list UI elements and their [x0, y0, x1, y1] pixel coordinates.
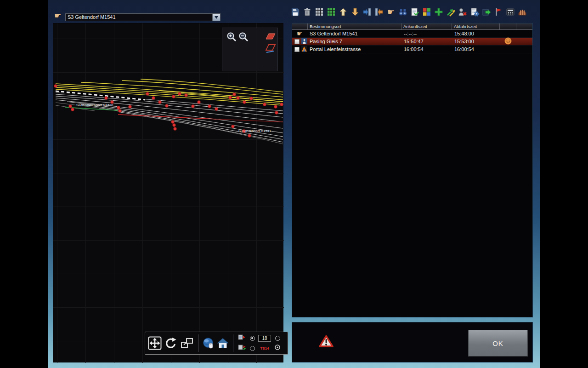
snap-options-cluster: 18 TS14: [237, 334, 281, 352]
export-icon: [481, 7, 492, 17]
grid-green-icon: [326, 7, 336, 17]
insert-after-icon: [374, 7, 384, 17]
departure-cell: 15:53:00: [452, 39, 500, 44]
app-window: S3 Mammendorf M1538 S3 Geltendorf M1541 …: [48, 0, 540, 368]
map-view-controls: [222, 28, 278, 71]
globe-icon[interactable]: [203, 337, 215, 349]
signal-plate-filled-icon[interactable]: [265, 31, 277, 43]
column-header[interactable]: [500, 23, 516, 29]
checklist-button[interactable]: [410, 6, 420, 18]
move-down-button[interactable]: [350, 6, 360, 18]
column-header[interactable]: [516, 23, 531, 29]
branch-arrows-icon: [446, 7, 456, 17]
pan-icon[interactable]: [148, 336, 162, 350]
delete-button[interactable]: [302, 6, 312, 18]
main-toolbar: ☛: [290, 6, 527, 18]
table-row[interactable]: ☛ S3 Geltendorf M1541 --:--:-- 15:48:00: [292, 30, 532, 38]
track-map-panel[interactable]: S3 Mammendorf M1538 S3 Geltendorf M1541: [53, 23, 283, 362]
move-up-button[interactable]: [338, 6, 348, 18]
add-icon: [434, 7, 444, 17]
delete-icon: [302, 7, 312, 17]
column-header-arrival[interactable]: Ankunftszeit: [401, 23, 452, 29]
add-button[interactable]: [434, 6, 444, 18]
portal-icon: [301, 46, 307, 53]
footer-panel: OK: [292, 322, 533, 362]
list-green-red-arrows-icon: [238, 344, 246, 352]
insert-before-button[interactable]: [362, 6, 372, 18]
color-matrix-button[interactable]: [422, 6, 432, 18]
route-selector[interactable]: S3 Geltendorf M1541: [65, 13, 220, 21]
value-box[interactable]: 18: [258, 335, 271, 342]
insert-before-icon: [362, 7, 372, 17]
move-up-icon: [338, 7, 348, 17]
move-down-icon: [350, 7, 360, 17]
signal-plate-outline-icon[interactable]: [265, 43, 277, 55]
hand-pointer-icon: ☛: [54, 11, 61, 21]
document-gear-icon: [469, 7, 480, 17]
remove-person-button[interactable]: [458, 6, 468, 18]
map-grid-h: [53, 39, 284, 341]
insert-after-button[interactable]: [374, 6, 384, 18]
grid-green-button[interactable]: [326, 6, 336, 18]
table-row[interactable]: Portal Leienfelsstrasse 16:00:54 16:00:5…: [292, 46, 532, 53]
hand-pointer-button[interactable]: ☛: [386, 6, 396, 18]
save-button[interactable]: [290, 6, 300, 18]
row-checkbox[interactable]: [294, 47, 300, 52]
departure-cell: 16:00:54: [452, 46, 500, 52]
remove-person-icon: [458, 7, 468, 17]
rotate-icon[interactable]: [164, 336, 178, 350]
keypad-button[interactable]: [505, 6, 515, 18]
ok-button[interactable]: OK: [468, 330, 528, 356]
destination-cell: Portal Leienfelsstrasse: [308, 46, 401, 52]
grid-icon: [314, 7, 324, 17]
list-red-arrow-icon: [238, 334, 246, 342]
color-matrix-icon: [422, 7, 432, 17]
driver-face-icon: [504, 37, 512, 46]
ts-tag-label: TS14: [260, 346, 269, 351]
target-icon[interactable]: [274, 344, 281, 352]
map-label-mammendorf: S3 Mammendorf M1538: [76, 103, 113, 107]
zoom-in-icon[interactable]: [226, 31, 238, 43]
radio-option-1[interactable]: [250, 336, 255, 341]
timetable-panel: Bestimmungsort Ankunftszeit Abfahrtszeit…: [292, 23, 533, 317]
hand-pointer-icon: ☛: [297, 30, 303, 37]
column-header[interactable]: [292, 23, 308, 29]
toolbar-separator: [198, 334, 198, 352]
branch-arrows-button[interactable]: [446, 6, 456, 18]
passenger-icon: [301, 38, 307, 45]
radio-option-2[interactable]: [275, 336, 280, 341]
zoom-out-icon[interactable]: [238, 31, 250, 43]
destination-cell: Pasing Gleis 7: [308, 39, 401, 44]
radio-option-3[interactable]: [250, 346, 255, 351]
column-header-departure[interactable]: Abfahrtszeit: [452, 23, 500, 29]
warning-triangle-icon: [319, 335, 334, 350]
depot-button[interactable]: [517, 6, 527, 18]
arrival-cell: --:--:--: [401, 31, 452, 36]
export-button[interactable]: [481, 6, 492, 18]
flag-icon: [493, 7, 503, 17]
arrival-cell: 16:00:54: [401, 46, 452, 52]
save-icon: [290, 7, 300, 17]
flag-button[interactable]: [493, 6, 503, 18]
binoculars-button[interactable]: [398, 6, 408, 18]
destination-cell: S3 Geltendorf M1541: [308, 31, 401, 36]
binoculars-icon: [398, 7, 408, 17]
arrival-cell: 15:50:47: [401, 39, 452, 44]
route-selector-value: S3 Geltendorf M1541: [66, 14, 212, 21]
depot-icon: [517, 7, 527, 17]
track-map[interactable]: S3 Mammendorf M1538 S3 Geltendorf M1541: [53, 23, 284, 363]
row-checkbox[interactable]: [294, 39, 300, 44]
chevron-down-icon[interactable]: [212, 14, 220, 21]
table-row[interactable]: Pasing Gleis 7 15:50:47 15:53:00: [292, 38, 532, 46]
grid-view-button[interactable]: [314, 6, 324, 18]
document-gear-button[interactable]: [469, 6, 480, 18]
keypad-icon: [505, 7, 515, 17]
toolbar-separator: [233, 334, 233, 352]
map-toolbar: 18 TS14: [145, 332, 288, 355]
timetable-header: Bestimmungsort Ankunftszeit Abfahrtszeit: [292, 23, 532, 30]
column-header-destination[interactable]: Bestimmungsort: [308, 23, 401, 29]
detach-window-icon[interactable]: [180, 336, 194, 350]
home-icon[interactable]: [217, 337, 229, 349]
departure-cell: 15:48:00: [452, 31, 500, 36]
map-label-geltendorf: S3 Geltendorf M1541: [238, 129, 271, 133]
